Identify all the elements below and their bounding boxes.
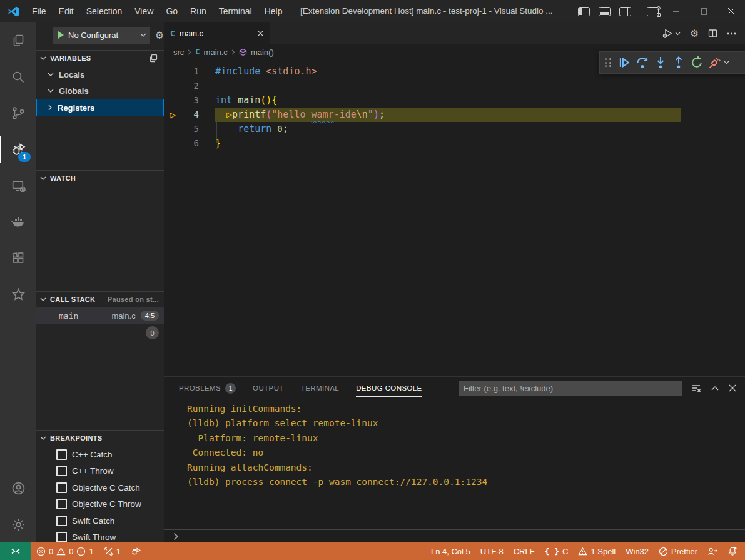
activity-search-icon[interactable] [0,59,36,95]
launch-configuration-dropdown[interactable]: No Configurat [53,27,150,44]
activity-star-icon[interactable] [0,276,36,312]
breadcrumb-folder[interactable]: src [173,48,184,57]
language-mode-status[interactable]: { } C [540,542,574,560]
breakpoint-objective-c-catch[interactable]: Objective C Catch [36,479,164,496]
cursor-position-status[interactable]: Ln 4, Col 5 [426,542,475,560]
drag-handle-icon[interactable] [605,58,612,67]
filter-input[interactable] [459,384,682,393]
checkbox[interactable] [56,499,67,509]
disconnect-icon[interactable] [708,56,729,69]
breakpoint-objective-c-throw[interactable]: Objective C Throw [36,496,164,513]
minimize-button[interactable] [662,0,690,22]
menu-item-help[interactable]: Help [258,0,289,22]
breadcrumb-file[interactable]: main.c [204,48,228,57]
variables-scope-registers[interactable]: Registers [36,99,164,116]
activity-remote-explorer-icon[interactable] [0,168,36,204]
collapse-all-icon[interactable] [149,54,158,62]
variables-scope-globals[interactable]: Globals [36,82,164,99]
close-tab-icon[interactable] [257,30,264,37]
breakpoint-swift-catch[interactable]: Swift Catch [36,512,164,529]
continue-icon[interactable] [617,56,631,69]
panel-tab-debug-console[interactable]: DEBUG CONSOLE [356,377,422,399]
breakpoints-section-header[interactable]: BREAKPOINTS [36,430,164,446]
activity-explorer-icon[interactable] [0,22,36,59]
settings-gear-icon[interactable] [0,506,36,542]
step-over-icon[interactable] [636,56,649,69]
breakpoint-gutter[interactable] [164,79,181,93]
debug-sidebar: No Configurat ⚙ VARIABLES Locals Globals… [36,22,164,542]
checkbox[interactable] [56,516,67,526]
activity-run-and-debug-icon[interactable]: 1 [0,131,36,168]
panel-tab-problems[interactable]: PROBLEMS1 [179,377,236,399]
menu-item-file[interactable]: File [26,0,53,22]
watch-section-header[interactable]: WATCH [36,170,164,186]
more-actions-icon[interactable] [727,32,736,35]
encoding-status[interactable]: UTF-8 [475,542,509,560]
eol-status[interactable]: CRLF [509,542,540,560]
maximize-button[interactable] [690,0,717,22]
panel-tab-output[interactable]: OUTPUT [253,377,284,399]
start-debugging-icon[interactable] [58,31,64,39]
restart-icon[interactable] [690,56,704,69]
breakpoint-gutter[interactable] [164,64,181,79]
toggle-panel-icon[interactable] [599,7,611,16]
menu-item-selection[interactable]: Selection [80,0,129,22]
open-launch-json-gear-icon[interactable]: ⚙ [155,29,164,41]
menu-item-run[interactable]: Run [184,0,213,22]
breakpoint-gutter[interactable] [164,93,181,108]
console-filter[interactable] [459,381,682,396]
checkbox[interactable] [56,449,67,460]
debug-paused-gutter-icon[interactable]: ▷ [164,108,181,122]
code-editor[interactable]: 1#include <stdio.h>23int main(){▷4 ▷prin… [164,59,745,376]
panel-tab-terminal[interactable]: TERMINAL [301,377,339,399]
debug-console-input[interactable] [164,529,745,543]
code-line-3[interactable]: 3int main(){ [164,93,745,108]
toggle-secondary-sidebar-icon[interactable] [619,7,631,16]
checkbox[interactable] [56,466,67,476]
breakpoint-c-catch[interactable]: C++ Catch [36,446,164,463]
debug-session-status[interactable] [126,542,146,560]
breakpoint-gutter[interactable] [164,136,181,151]
variables-scope-locals[interactable]: Locals [36,66,164,82]
step-out-icon[interactable] [672,56,686,69]
code-line-6[interactable]: 6} [164,136,745,151]
editor-gear-icon[interactable]: ⚙ [690,28,699,39]
customize-layout-icon[interactable] [647,7,659,16]
code-line-5[interactable]: 5 return 0; [164,122,745,136]
ports-status[interactable]: 1 [99,542,126,560]
variables-section-header[interactable]: VARIABLES [36,50,164,66]
activity-source-control-icon[interactable] [0,95,36,131]
menu-item-edit[interactable]: Edit [53,0,80,22]
problems-status[interactable]: 0 0 1 [31,542,99,560]
breakpoint-gutter[interactable] [164,122,181,136]
account-icon[interactable] [0,470,36,506]
activity-extensions-icon[interactable] [0,240,36,276]
split-editor-icon[interactable] [708,29,717,38]
toggle-primary-sidebar-icon[interactable] [578,7,590,16]
formatter-status[interactable]: Prettier [654,542,702,560]
tab-main-c[interactable]: C main.c [164,22,270,44]
spell-checker-status[interactable]: 1 Spell [573,542,621,560]
checkbox[interactable] [56,482,67,493]
breakpoint-c-throw[interactable]: C++ Throw [36,463,164,480]
stack-frame-row[interactable]: main main.c 4:5 [36,308,164,324]
breadcrumb-symbol[interactable]: main() [251,48,274,57]
code-line-2[interactable]: 2 [164,79,745,93]
menu-item-view[interactable]: View [128,0,160,22]
platform-status[interactable]: Win32 [621,542,654,560]
feedback-status[interactable] [702,542,722,560]
maximize-panel-icon[interactable] [711,386,719,391]
code-line-4[interactable]: ▷4 ▷printf("hello wamr-ide\n"); [164,108,745,122]
checkbox[interactable] [56,532,67,542]
step-into-icon[interactable] [654,56,667,69]
notifications-status[interactable] [722,542,745,560]
call-stack-section-header[interactable]: CALL STACK Paused on st... [36,291,164,307]
close-panel-icon[interactable] [729,384,736,392]
close-window-button[interactable] [717,0,745,22]
run-or-debug-icon[interactable] [662,28,681,39]
menu-item-terminal[interactable]: Terminal [213,0,258,22]
remote-indicator[interactable] [0,542,31,560]
activity-docker-icon[interactable] [0,204,36,240]
menu-item-go[interactable]: Go [160,0,184,22]
clear-console-icon[interactable] [691,384,701,393]
